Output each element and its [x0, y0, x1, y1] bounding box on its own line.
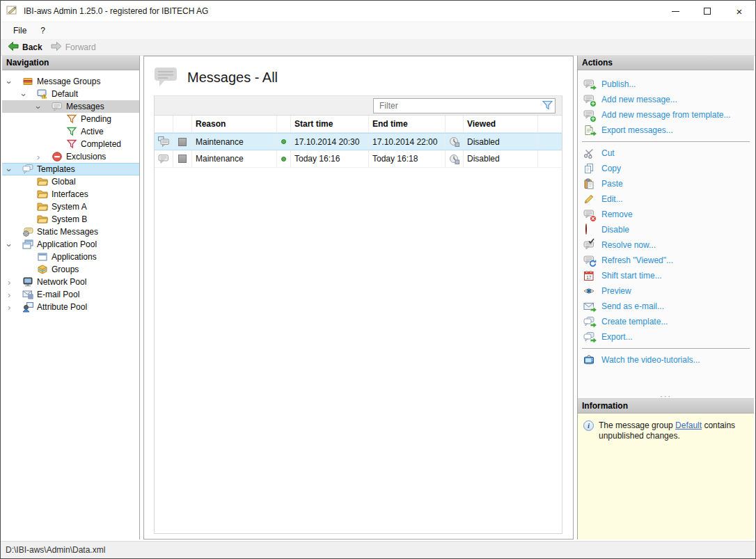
video-tutorials-icon	[583, 354, 595, 365]
chevron-down-icon[interactable]	[8, 165, 22, 174]
resolve-icon	[583, 239, 595, 251]
table-row[interactable]: Maintenance Today 16:16 Today 16:18 Disa…	[155, 150, 562, 168]
close-button[interactable]: ×	[723, 1, 755, 22]
refresh-viewed-icon	[583, 255, 595, 266]
actions-separator	[582, 141, 750, 142]
menu-file[interactable]: File	[6, 23, 33, 38]
chevron-down-icon[interactable]	[22, 90, 37, 99]
action-export[interactable]: Export...	[578, 329, 754, 345]
chevron-down-icon[interactable]	[37, 102, 52, 111]
chevron-right-icon[interactable]	[8, 290, 22, 299]
default-group-link[interactable]: Default	[675, 420, 702, 430]
action-copy[interactable]: Copy	[578, 161, 754, 176]
column-header-reason[interactable]: Reason	[192, 116, 277, 132]
package-icon	[37, 264, 48, 275]
action-paste[interactable]: Paste	[578, 176, 754, 191]
filter-box	[373, 98, 556, 113]
action-send-as-email[interactable]: Send as e-mail...	[578, 299, 754, 314]
monitor-icon	[22, 276, 33, 288]
action-add-new-message[interactable]: + Add new message...	[578, 92, 754, 107]
message-bubble-icon	[52, 101, 63, 112]
nav-item-default[interactable]: Default	[2, 88, 139, 100]
disable-icon	[583, 224, 595, 235]
column-header-end-time[interactable]: End time	[369, 116, 446, 132]
nav-item-applications[interactable]: Applications	[2, 251, 139, 263]
svg-text:17: 17	[586, 275, 592, 280]
cell-start-time: 17.10.2014 20:30	[291, 134, 369, 150]
status-square-icon	[178, 138, 187, 146]
information-header: Information	[578, 399, 754, 414]
menu-help[interactable]: ?	[33, 23, 52, 38]
action-create-template[interactable]: Create template...	[578, 314, 754, 329]
nav-item-system-b[interactable]: System B	[2, 213, 139, 226]
nav-item-groups[interactable]: Groups	[2, 263, 139, 276]
action-export-messages[interactable]: Export messages...	[578, 123, 754, 138]
export-icon	[583, 331, 595, 343]
chevron-right-icon[interactable]	[37, 152, 52, 162]
messages-header-icon	[154, 65, 179, 90]
chevron-down-icon[interactable]	[8, 77, 22, 86]
cell-viewed: Disabled	[464, 134, 538, 150]
actions-panel: Actions Publish... + Add new message...	[577, 56, 754, 540]
action-edit[interactable]: Edit...	[578, 191, 754, 207]
nav-item-message-groups[interactable]: Message Groups	[2, 75, 139, 88]
filter-input[interactable]	[373, 98, 556, 113]
nav-item-active[interactable]: Active	[2, 125, 139, 138]
group-monitor-warning-icon	[37, 88, 48, 100]
cell-start-time: Today 16:16	[291, 150, 369, 167]
nav-item-attribute-pool[interactable]: Attribute Pool	[2, 301, 139, 313]
nav-item-messages[interactable]: Messages	[2, 100, 139, 113]
forward-arrow-icon	[51, 41, 62, 54]
information-panel: i The message group Default contains unp…	[578, 414, 754, 540]
nav-item-global[interactable]: Global	[2, 175, 139, 188]
folder-icon	[37, 189, 48, 200]
action-resolve-now[interactable]: Resolve now...	[578, 237, 754, 253]
back-button[interactable]: Back	[5, 40, 48, 55]
column-header-viewed[interactable]: Viewed	[464, 116, 538, 132]
publish-icon	[583, 79, 595, 90]
panel-splitter-handle[interactable]: ···	[578, 393, 754, 399]
chevron-down-icon[interactable]	[8, 240, 22, 249]
chevron-right-icon[interactable]	[8, 278, 22, 287]
table-row[interactable]: Maintenance 17.10.2014 20:30 17.10.2014 …	[155, 133, 562, 150]
nav-item-system-a[interactable]: System A	[2, 200, 139, 213]
action-remove[interactable]: × Remove	[578, 207, 754, 222]
maximize-button[interactable]	[691, 1, 723, 22]
nav-item-static-messages[interactable]: Static Messages	[2, 226, 139, 238]
cut-icon	[583, 148, 595, 159]
action-preview[interactable]: Preview	[578, 283, 754, 299]
cell-end-time: Today 16:18	[369, 150, 446, 167]
action-disable[interactable]: Disable	[578, 222, 754, 237]
action-refresh-viewed[interactable]: Refresh "Viewed"...	[578, 253, 754, 268]
nav-item-pending[interactable]: Pending	[2, 113, 139, 125]
nav-item-email-pool[interactable]: E-mail Pool	[2, 288, 139, 301]
info-icon: i	[583, 420, 594, 431]
viewed-clock-icon	[446, 134, 464, 150]
nav-item-network-pool[interactable]: Network Pool	[2, 276, 139, 288]
chevron-right-icon[interactable]	[8, 303, 22, 312]
toolbar: Back Forward	[1, 39, 755, 56]
funnel-orange-icon	[66, 113, 77, 125]
message-groups-icon	[22, 76, 33, 87]
add-message-from-template-icon: +	[583, 109, 595, 120]
nav-item-application-pool[interactable]: Application Pool	[2, 238, 139, 251]
action-publish[interactable]: Publish...	[578, 77, 754, 92]
paste-icon	[583, 178, 595, 189]
navigation-header: Navigation	[2, 56, 139, 70]
minimize-button[interactable]	[659, 1, 691, 22]
envelope-icon	[22, 289, 33, 300]
action-add-new-message-from-template[interactable]: + Add new message from template...	[578, 107, 754, 123]
column-header-start-time[interactable]: Start time	[291, 116, 369, 132]
action-shift-start-time[interactable]: 17 Shift start time...	[578, 268, 754, 283]
nav-item-exclusions[interactable]: Exclusions	[2, 150, 139, 163]
nav-item-templates[interactable]: Templates	[2, 163, 139, 175]
nav-item-completed[interactable]: Completed	[2, 138, 139, 150]
action-cut[interactable]: Cut	[578, 145, 754, 161]
cell-reason: Maintenance	[192, 150, 277, 167]
nav-item-interfaces[interactable]: Interfaces	[2, 188, 139, 200]
action-watch-video-tutorials[interactable]: Watch the video-tutorials...	[578, 352, 754, 368]
forward-button[interactable]: Forward	[48, 40, 102, 55]
information-message: The message group Default contains unpub…	[599, 420, 748, 533]
filter-funnel-icon[interactable]	[542, 100, 553, 113]
folder-icon	[37, 176, 48, 187]
